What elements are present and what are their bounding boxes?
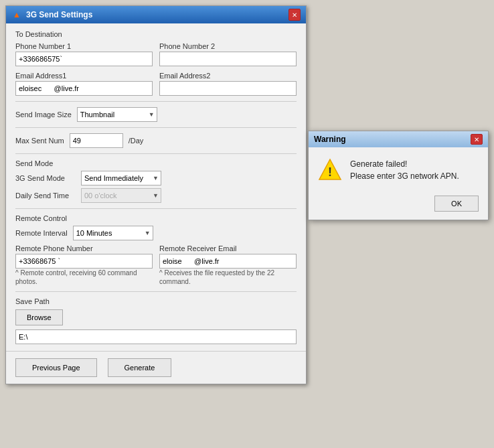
- send-mode-select[interactable]: Send Immediately Scheduled Manual: [81, 171, 161, 185]
- ok-button[interactable]: OK: [434, 196, 479, 212]
- remote-interval-select[interactable]: 10 Minutes 5 Minutes 15 Minutes 30 Minut…: [73, 226, 153, 240]
- email1-label: Email Address1: [15, 72, 153, 80]
- remote-interval-select-wrapper: 10 Minutes 5 Minutes 15 Minutes 30 Minut…: [73, 226, 153, 240]
- 3g-send-mode-row: 3G Send Mode Send Immediately Scheduled …: [15, 171, 297, 185]
- bottom-buttons: Previous Page Generate: [6, 351, 306, 384]
- remote-phone-label: Remote Phone Number: [15, 244, 153, 252]
- daily-send-time-row: Daily Send Time 00 o'clock 01 o'clock 06…: [15, 188, 297, 203]
- divider-2: [15, 127, 297, 128]
- image-size-label: Send Image Size: [15, 110, 72, 119]
- main-title-bar: ▲ 3G Send Settings ✕: [6, 6, 306, 23]
- svg-text:!: !: [328, 165, 332, 179]
- send-mode-select-wrapper: Send Immediately Scheduled Manual ▼: [81, 171, 161, 185]
- divider-4: [15, 208, 297, 209]
- warning-buttons: OK: [309, 193, 488, 220]
- remote-email-label: Remote Receiver Email: [159, 244, 297, 252]
- warning-title: Warning: [314, 135, 346, 144]
- title-bar-left: ▲ 3G Send Settings: [11, 9, 92, 20]
- remote-phone-note: ^ Remote control, receiving 60 command p…: [15, 269, 153, 286]
- email1-input[interactable]: [15, 81, 153, 96]
- image-size-select-wrapper: Thumbnail Original Small Medium Large ▼: [77, 107, 157, 122]
- warning-title-bar: Warning ✕: [309, 131, 488, 147]
- divider-1: [15, 101, 297, 102]
- email2-input[interactable]: [159, 81, 297, 96]
- main-dialog: ▲ 3G Send Settings ✕ To Destination Phon…: [5, 5, 307, 384]
- remote-email-input[interactable]: [159, 254, 297, 269]
- remote-control-section: Remote Control Remote Interval 10 Minute…: [15, 214, 297, 286]
- max-sent-row: Max Sent Num /Day: [15, 133, 297, 148]
- 3g-send-mode-label: 3G Send Mode: [15, 174, 76, 182]
- save-path-label: Save Path: [15, 297, 297, 305]
- remote-phone-input[interactable]: [15, 254, 153, 269]
- to-destination-label: To Destination: [15, 30, 297, 38]
- warning-dialog: Warning ✕ ! Generate failed!Please enter…: [308, 131, 489, 220]
- save-path-section: Save Path Browse: [15, 297, 297, 344]
- phone1-label: Phone Number 1: [15, 42, 153, 50]
- phone-row: Phone Number 1 Phone Number 2: [15, 42, 297, 66]
- image-size-select[interactable]: Thumbnail Original Small Medium Large: [77, 107, 157, 122]
- phone2-input[interactable]: [159, 52, 297, 66]
- generate-button[interactable]: Generate: [108, 358, 172, 377]
- phone1-input[interactable]: [15, 52, 153, 66]
- warning-body: ! Generate failed!Please enter 3G networ…: [309, 147, 488, 193]
- daily-send-time-select[interactable]: 00 o'clock 01 o'clock 06 o'clock 12 o'cl…: [81, 188, 161, 203]
- divider-3: [15, 153, 297, 154]
- main-dialog-title: 3G Send Settings: [26, 10, 92, 19]
- warning-message-text: Generate failed!Please enter 3G network …: [350, 159, 459, 181]
- main-close-button[interactable]: ✕: [289, 9, 301, 21]
- warning-message: Generate failed!Please enter 3G network …: [350, 158, 459, 182]
- remote-interval-row: Remote Interval 10 Minutes 5 Minutes 15 …: [15, 226, 297, 240]
- remote-phone-group: Remote Phone Number ^ Remote control, re…: [15, 244, 153, 286]
- path-input[interactable]: [15, 329, 297, 344]
- browse-button[interactable]: Browse: [15, 309, 63, 325]
- phone1-group: Phone Number 1: [15, 42, 153, 66]
- daily-send-time-label: Daily Send Time: [15, 192, 76, 200]
- max-sent-unit: /Day: [129, 137, 144, 145]
- phone2-label: Phone Number 2: [159, 42, 297, 50]
- send-mode-header: Send Mode: [15, 159, 297, 167]
- daily-send-time-select-wrapper: 00 o'clock 01 o'clock 06 o'clock 12 o'cl…: [81, 188, 161, 203]
- remote-email-note: ^ Receives the file requested by the 22 …: [159, 269, 297, 286]
- max-sent-label: Max Sent Num: [15, 137, 64, 145]
- remote-control-header: Remote Control: [15, 214, 297, 222]
- max-sent-input[interactable]: [70, 133, 123, 148]
- divider-5: [15, 291, 297, 292]
- email1-group: Email Address1: [15, 72, 153, 96]
- email2-label: Email Address2: [159, 72, 297, 80]
- previous-page-button[interactable]: Previous Page: [15, 358, 97, 377]
- remote-interval-label: Remote Interval: [15, 229, 68, 237]
- app-icon: ▲: [11, 9, 22, 20]
- send-mode-section: Send Mode 3G Send Mode Send Immediately …: [15, 159, 297, 203]
- remote-phone-email-row: Remote Phone Number ^ Remote control, re…: [15, 244, 297, 286]
- email2-group: Email Address2: [159, 72, 297, 96]
- email-row: Email Address1 Email Address2: [15, 72, 297, 96]
- dialog-content: To Destination Phone Number 1 Phone Numb…: [6, 23, 306, 351]
- warning-triangle-icon: !: [318, 158, 342, 182]
- phone2-group: Phone Number 2: [159, 42, 297, 66]
- remote-email-group: Remote Receiver Email ^ Receives the fil…: [159, 244, 297, 286]
- warning-close-button[interactable]: ✕: [471, 134, 483, 145]
- image-size-row: Send Image Size Thumbnail Original Small…: [15, 107, 297, 122]
